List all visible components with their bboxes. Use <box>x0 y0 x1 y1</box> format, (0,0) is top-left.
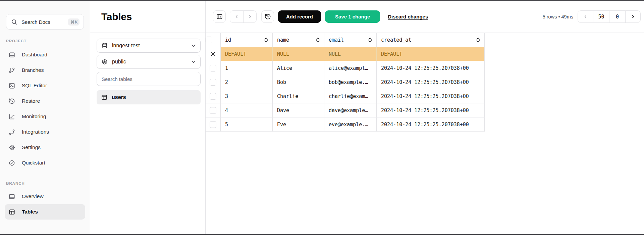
cell-created-at[interactable]: 2024-10-24 12:25:25.207038+00 <box>377 61 485 75</box>
row-checkbox[interactable] <box>210 107 216 114</box>
row-select-cell <box>206 89 221 103</box>
sidebar-item-dashboard[interactable]: Dashboard <box>5 47 85 62</box>
sort-icon[interactable] <box>264 37 268 43</box>
sidebar-item-settings[interactable]: Settings <box>5 140 85 155</box>
page-size-value[interactable]: 50 <box>593 11 609 22</box>
pending-cell-created-at[interactable]: DEFAULT <box>377 47 485 61</box>
cell-email[interactable]: charlie@exam… <box>324 89 377 103</box>
page-offset-value[interactable]: 0 <box>609 11 625 22</box>
cell-created-at[interactable]: 2024-10-24 12:25:25.207038+00 <box>377 103 485 117</box>
collapse-panel-button[interactable] <box>213 10 226 23</box>
sidebar-item-monitoring[interactable]: Monitoring <box>5 109 85 124</box>
row-select-cell <box>206 61 221 75</box>
cell-id[interactable]: 1 <box>221 61 273 75</box>
search-tables-input[interactable] <box>97 72 201 86</box>
close-icon <box>211 51 216 56</box>
next-page-button[interactable] <box>625 11 640 22</box>
cell-id[interactable]: 4 <box>221 103 273 117</box>
table-icon <box>101 94 107 100</box>
cell-name[interactable]: Eve <box>273 117 324 132</box>
row-checkbox[interactable] <box>210 65 216 72</box>
pending-cell-email[interactable]: NULL <box>324 47 377 61</box>
search-docs-button[interactable]: Search Docs ⌘K <box>6 14 84 30</box>
cell-name[interactable]: Dave <box>273 103 324 117</box>
prev-page-button[interactable] <box>578 11 593 22</box>
schema-icon <box>102 59 108 65</box>
column-header-id[interactable]: id <box>221 33 273 47</box>
column-header-email[interactable]: email <box>324 33 377 47</box>
route-icon <box>9 129 15 135</box>
table-list-item-label: users <box>112 94 126 100</box>
cell-name[interactable]: Bob <box>273 75 324 89</box>
chevron-right-icon <box>631 14 635 19</box>
database-icon <box>102 43 108 49</box>
cell-id[interactable]: 3 <box>221 89 273 103</box>
app-sidebar: Search Docs ⌘K PROJECT Dashboard Branche… <box>0 1 90 234</box>
sort-icon[interactable] <box>368 37 372 43</box>
schema-select-value: public <box>112 59 187 65</box>
sidebar-item-restore[interactable]: Restore <box>5 93 85 109</box>
discard-changes-link[interactable]: Discard changes <box>388 14 428 19</box>
column-header-created-at[interactable]: created_at <box>377 33 485 47</box>
chevron-right-icon <box>248 14 252 19</box>
chevron-down-icon <box>192 60 196 63</box>
sort-icon[interactable] <box>476 37 480 43</box>
remove-pending-row-button[interactable] <box>206 47 221 61</box>
terminal-icon <box>9 83 15 89</box>
table-list-item-users[interactable]: users <box>97 90 201 104</box>
database-select[interactable]: inngest-test <box>97 39 201 53</box>
table-editor-main: Add record Save 1 change Discard changes… <box>206 1 644 234</box>
row-select-cell <box>206 103 221 117</box>
undo-back-button[interactable] <box>230 11 243 22</box>
cell-name[interactable]: Alice <box>273 61 324 75</box>
row-count-status: 5 rows • 49ms <box>543 14 573 19</box>
sidebar-item-quickstart[interactable]: Quickstart <box>5 155 85 171</box>
column-header-name[interactable]: name <box>273 33 324 47</box>
gear-icon <box>9 144 15 151</box>
cell-id[interactable]: 5 <box>221 117 273 132</box>
chevron-down-icon <box>192 44 196 47</box>
pending-cell-id[interactable]: DEFAULT <box>221 47 273 61</box>
add-record-button[interactable]: Add record <box>278 10 321 23</box>
history-button[interactable] <box>261 10 274 23</box>
row-select-cell <box>206 117 221 132</box>
sidebar-item-sql-editor[interactable]: SQL Editor <box>5 78 85 93</box>
redo-forward-button[interactable] <box>243 11 256 22</box>
cell-email[interactable]: dave@example… <box>324 103 377 117</box>
git-branch-icon <box>9 67 15 74</box>
history-icon <box>265 13 271 20</box>
sidebar-item-tables[interactable]: Tables <box>5 204 85 220</box>
sort-icon[interactable] <box>316 37 320 43</box>
data-grid: id name email created_at DEFAULT NUL <box>206 33 485 132</box>
cell-name[interactable]: Charlie <box>273 89 324 103</box>
chevron-left-icon <box>234 14 239 19</box>
sidebar-item-overview[interactable]: Overview <box>5 189 85 204</box>
window-top-edge <box>0 0 644 1</box>
check-circle-icon <box>9 160 15 166</box>
select-all-checkbox[interactable] <box>206 37 212 43</box>
sidebar-item-integrations[interactable]: Integrations <box>5 124 85 140</box>
pagination-control: 50 0 <box>578 10 641 23</box>
history-nav-group <box>230 10 257 23</box>
tables-panel: Tables inngest-test public <box>90 1 206 234</box>
sidebar-item-branches[interactable]: Branches <box>5 62 85 78</box>
search-icon <box>11 19 17 25</box>
select-all-cell <box>206 33 221 47</box>
row-checkbox[interactable] <box>210 79 216 86</box>
row-checkbox[interactable] <box>210 93 216 100</box>
pending-cell-name[interactable]: NULL <box>273 47 324 61</box>
cell-email[interactable]: eve@example.… <box>324 117 377 132</box>
cell-id[interactable]: 2 <box>221 75 273 89</box>
cell-created-at[interactable]: 2024-10-24 12:25:25.207038+00 <box>377 75 485 89</box>
cell-email[interactable]: alice@exampl… <box>324 61 377 75</box>
tables-panel-header: Tables <box>90 1 205 33</box>
save-changes-button[interactable]: Save 1 change <box>325 10 380 23</box>
cell-created-at[interactable]: 2024-10-24 12:25:25.207038+00 <box>377 117 485 132</box>
editor-toolbar: Add record Save 1 change Discard changes… <box>206 1 644 33</box>
row-checkbox[interactable] <box>210 121 216 128</box>
schema-select[interactable]: public <box>97 55 201 69</box>
section-label-branch: BRANCH <box>6 181 84 185</box>
database-select-value: inngest-test <box>112 43 187 49</box>
cell-email[interactable]: bob@example.… <box>324 75 377 89</box>
cell-created-at[interactable]: 2024-10-24 12:25:25.207038+00 <box>377 89 485 103</box>
